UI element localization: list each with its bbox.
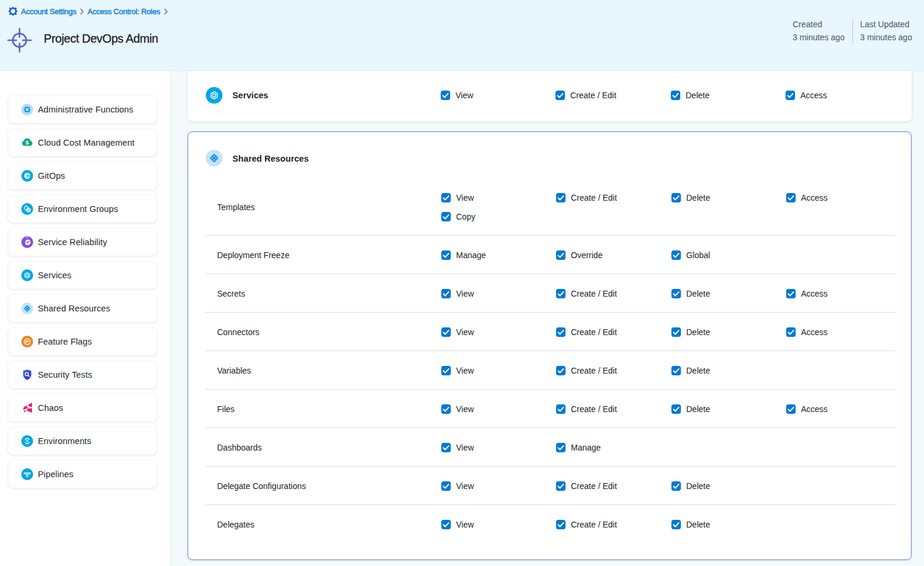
svg-text:$: $: [25, 139, 29, 146]
